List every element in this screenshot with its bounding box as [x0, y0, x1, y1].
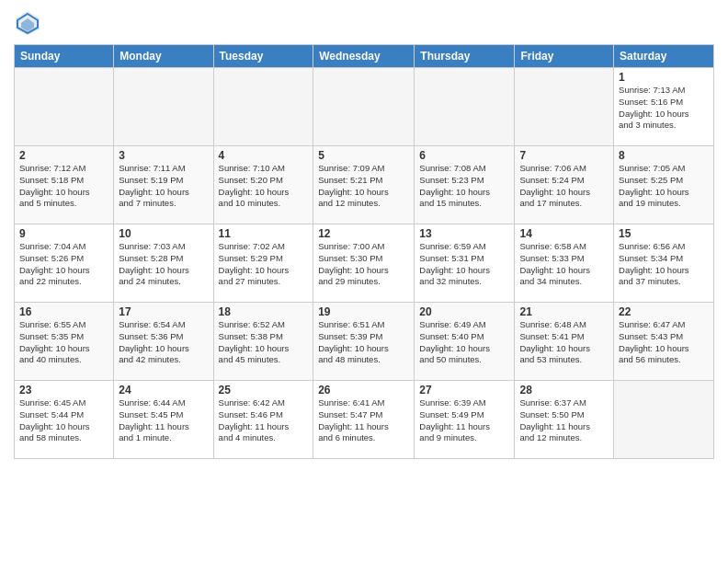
- day-number: 5: [318, 149, 409, 162]
- week-row-0: 1Sunrise: 7:13 AM Sunset: 5:16 PM Daylig…: [15, 68, 714, 146]
- day-header-tuesday: Tuesday: [213, 45, 313, 68]
- day-cell: 16Sunrise: 6:55 AM Sunset: 5:35 PM Dayli…: [15, 303, 114, 381]
- week-row-3: 16Sunrise: 6:55 AM Sunset: 5:35 PM Dayli…: [15, 303, 714, 381]
- day-info: Sunrise: 6:49 AM Sunset: 5:40 PM Dayligh…: [419, 319, 509, 366]
- day-number: 10: [119, 227, 208, 240]
- day-number: 12: [318, 227, 409, 240]
- day-info: Sunrise: 6:44 AM Sunset: 5:45 PM Dayligh…: [119, 397, 208, 444]
- day-cell: 27Sunrise: 6:39 AM Sunset: 5:49 PM Dayli…: [415, 381, 515, 459]
- day-cell: 8Sunrise: 7:05 AM Sunset: 5:25 PM Daylig…: [614, 146, 714, 224]
- day-header-friday: Friday: [515, 45, 614, 68]
- day-cell: 4Sunrise: 7:10 AM Sunset: 5:20 PM Daylig…: [213, 146, 313, 224]
- day-info: Sunrise: 6:55 AM Sunset: 5:35 PM Dayligh…: [19, 319, 108, 366]
- day-cell: 17Sunrise: 6:54 AM Sunset: 5:36 PM Dayli…: [114, 303, 213, 381]
- day-cell: 10Sunrise: 7:03 AM Sunset: 5:28 PM Dayli…: [114, 224, 213, 303]
- day-number: 23: [19, 384, 108, 396]
- day-cell: 26Sunrise: 6:41 AM Sunset: 5:47 PM Dayli…: [313, 381, 415, 459]
- day-number: 8: [619, 149, 709, 162]
- day-info: Sunrise: 7:13 AM Sunset: 5:16 PM Dayligh…: [619, 85, 709, 132]
- day-info: Sunrise: 6:52 AM Sunset: 5:38 PM Dayligh…: [219, 319, 309, 366]
- day-cell: 14Sunrise: 6:58 AM Sunset: 5:33 PM Dayli…: [515, 224, 614, 303]
- day-number: 6: [419, 149, 509, 162]
- day-number: 24: [119, 384, 208, 396]
- day-cell: [114, 68, 213, 146]
- day-cell: 3Sunrise: 7:11 AM Sunset: 5:19 PM Daylig…: [114, 146, 213, 224]
- page-container: SundayMondayTuesdayWednesdayThursdayFrid…: [0, 0, 728, 464]
- day-number: 3: [119, 149, 208, 162]
- day-number: 28: [519, 384, 609, 396]
- day-number: 20: [419, 305, 509, 318]
- day-info: Sunrise: 7:09 AM Sunset: 5:21 PM Dayligh…: [318, 163, 409, 210]
- day-cell: 24Sunrise: 6:44 AM Sunset: 5:45 PM Dayli…: [114, 381, 213, 459]
- day-header-saturday: Saturday: [614, 45, 714, 68]
- day-cell: 20Sunrise: 6:49 AM Sunset: 5:40 PM Dayli…: [415, 303, 515, 381]
- day-info: Sunrise: 7:04 AM Sunset: 5:26 PM Dayligh…: [19, 241, 108, 288]
- day-cell: 22Sunrise: 6:47 AM Sunset: 5:43 PM Dayli…: [614, 303, 714, 381]
- day-cell: 19Sunrise: 6:51 AM Sunset: 5:39 PM Dayli…: [313, 303, 415, 381]
- day-info: Sunrise: 6:59 AM Sunset: 5:31 PM Dayligh…: [419, 241, 509, 288]
- day-cell: 18Sunrise: 6:52 AM Sunset: 5:38 PM Dayli…: [213, 303, 313, 381]
- day-cell: 23Sunrise: 6:45 AM Sunset: 5:44 PM Dayli…: [15, 381, 114, 459]
- day-cell: 6Sunrise: 7:08 AM Sunset: 5:23 PM Daylig…: [415, 146, 515, 224]
- header-row: SundayMondayTuesdayWednesdayThursdayFrid…: [15, 45, 714, 68]
- day-info: Sunrise: 6:47 AM Sunset: 5:43 PM Dayligh…: [619, 319, 709, 366]
- week-row-2: 9Sunrise: 7:04 AM Sunset: 5:26 PM Daylig…: [15, 224, 714, 303]
- day-number: 9: [19, 227, 108, 240]
- day-number: 25: [219, 384, 309, 396]
- day-cell: 7Sunrise: 7:06 AM Sunset: 5:24 PM Daylig…: [515, 146, 614, 224]
- day-number: 15: [619, 227, 709, 240]
- day-info: Sunrise: 6:48 AM Sunset: 5:41 PM Dayligh…: [519, 319, 609, 366]
- day-cell: [213, 68, 313, 146]
- day-info: Sunrise: 7:05 AM Sunset: 5:25 PM Dayligh…: [619, 163, 709, 210]
- day-info: Sunrise: 7:02 AM Sunset: 5:29 PM Dayligh…: [219, 241, 309, 288]
- day-cell: 25Sunrise: 6:42 AM Sunset: 5:46 PM Dayli…: [213, 381, 313, 459]
- day-header-monday: Monday: [114, 45, 213, 68]
- day-number: 11: [219, 227, 309, 240]
- day-number: 2: [19, 149, 108, 162]
- day-number: 4: [219, 149, 309, 162]
- day-info: Sunrise: 7:03 AM Sunset: 5:28 PM Dayligh…: [119, 241, 208, 288]
- day-info: Sunrise: 6:54 AM Sunset: 5:36 PM Dayligh…: [119, 319, 208, 366]
- day-cell: 21Sunrise: 6:48 AM Sunset: 5:41 PM Dayli…: [515, 303, 614, 381]
- day-number: 22: [619, 305, 709, 318]
- logo: [14, 9, 45, 37]
- day-info: Sunrise: 6:41 AM Sunset: 5:47 PM Dayligh…: [318, 397, 409, 444]
- day-cell: 28Sunrise: 6:37 AM Sunset: 5:50 PM Dayli…: [515, 381, 614, 459]
- day-info: Sunrise: 6:37 AM Sunset: 5:50 PM Dayligh…: [519, 397, 609, 444]
- day-info: Sunrise: 7:12 AM Sunset: 5:18 PM Dayligh…: [19, 163, 108, 210]
- day-cell: 2Sunrise: 7:12 AM Sunset: 5:18 PM Daylig…: [15, 146, 114, 224]
- day-info: Sunrise: 6:45 AM Sunset: 5:44 PM Dayligh…: [19, 397, 108, 444]
- day-cell: [515, 68, 614, 146]
- day-info: Sunrise: 6:58 AM Sunset: 5:33 PM Dayligh…: [519, 241, 609, 288]
- week-row-1: 2Sunrise: 7:12 AM Sunset: 5:18 PM Daylig…: [15, 146, 714, 224]
- day-cell: 11Sunrise: 7:02 AM Sunset: 5:29 PM Dayli…: [213, 224, 313, 303]
- day-cell: [313, 68, 415, 146]
- day-number: 21: [519, 305, 609, 318]
- day-number: 17: [119, 305, 208, 318]
- day-cell: 15Sunrise: 6:56 AM Sunset: 5:34 PM Dayli…: [614, 224, 714, 303]
- day-info: Sunrise: 7:08 AM Sunset: 5:23 PM Dayligh…: [419, 163, 509, 210]
- day-info: Sunrise: 6:56 AM Sunset: 5:34 PM Dayligh…: [619, 241, 709, 288]
- calendar: SundayMondayTuesdayWednesdayThursdayFrid…: [14, 44, 714, 459]
- day-number: 27: [419, 384, 509, 396]
- day-cell: [415, 68, 515, 146]
- day-header-thursday: Thursday: [415, 45, 515, 68]
- day-cell: [614, 381, 714, 459]
- day-cell: 13Sunrise: 6:59 AM Sunset: 5:31 PM Dayli…: [415, 224, 515, 303]
- day-info: Sunrise: 7:00 AM Sunset: 5:30 PM Dayligh…: [318, 241, 409, 288]
- day-number: 13: [419, 227, 509, 240]
- day-cell: 12Sunrise: 7:00 AM Sunset: 5:30 PM Dayli…: [313, 224, 415, 303]
- day-info: Sunrise: 6:42 AM Sunset: 5:46 PM Dayligh…: [219, 397, 309, 444]
- day-info: Sunrise: 6:51 AM Sunset: 5:39 PM Dayligh…: [318, 319, 409, 366]
- day-cell: [15, 68, 114, 146]
- day-info: Sunrise: 6:39 AM Sunset: 5:49 PM Dayligh…: [419, 397, 509, 444]
- day-cell: 9Sunrise: 7:04 AM Sunset: 5:26 PM Daylig…: [15, 224, 114, 303]
- day-number: 18: [219, 305, 309, 318]
- day-cell: 5Sunrise: 7:09 AM Sunset: 5:21 PM Daylig…: [313, 146, 415, 224]
- day-number: 26: [318, 384, 409, 396]
- day-number: 19: [318, 305, 409, 318]
- day-info: Sunrise: 7:10 AM Sunset: 5:20 PM Dayligh…: [219, 163, 309, 210]
- logo-icon: [14, 9, 41, 37]
- day-number: 1: [619, 71, 709, 84]
- day-info: Sunrise: 7:11 AM Sunset: 5:19 PM Dayligh…: [119, 163, 208, 210]
